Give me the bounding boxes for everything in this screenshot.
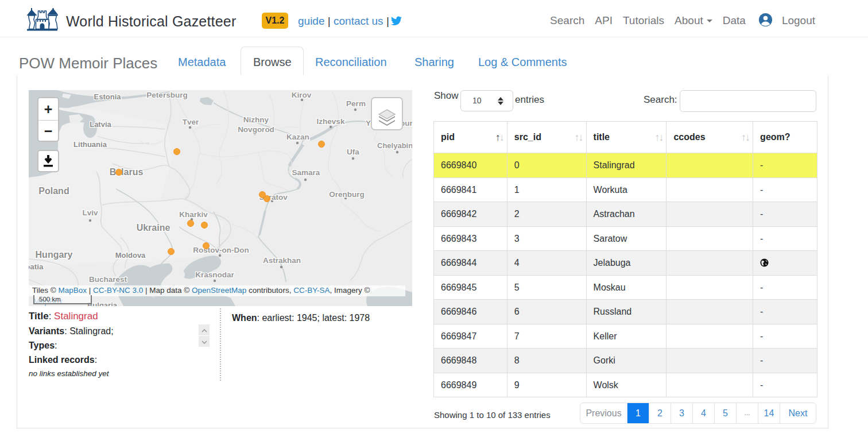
svg-text:oatia: oatia xyxy=(29,262,44,271)
svg-text:Kharkiv: Kharkiv xyxy=(179,210,208,219)
svg-text:Nizhny: Nizhny xyxy=(243,115,269,124)
svg-text:Tver: Tver xyxy=(183,118,199,126)
svg-text:Kirov: Kirov xyxy=(292,91,312,99)
svg-text:Lithuania: Lithuania xyxy=(73,140,107,149)
svg-text:Perm: Perm xyxy=(346,99,366,108)
svg-text:Estonia: Estonia xyxy=(94,92,122,101)
svg-text:Ufa: Ufa xyxy=(347,148,359,156)
svg-text:Astrakhan: Astrakhan xyxy=(263,256,301,265)
svg-text:Krasnodar: Krasnodar xyxy=(195,270,234,279)
svg-text:Moldova: Moldova xyxy=(115,251,146,260)
svg-text:Poland: Poland xyxy=(38,186,69,196)
svg-text:Belarus: Belarus xyxy=(110,167,144,177)
svg-text:Latvia: Latvia xyxy=(90,120,111,129)
svg-text:Orenburg: Orenburg xyxy=(329,190,365,199)
svg-text:Novgorod: Novgorod xyxy=(238,125,274,134)
svg-text:Ukraine: Ukraine xyxy=(137,223,170,233)
svg-text:Petersburg: Petersburg xyxy=(146,91,187,99)
svg-text:Samara: Samara xyxy=(292,168,320,177)
svg-text:Lviv: Lviv xyxy=(82,208,98,217)
svg-text:Bucharest: Bucharest xyxy=(89,275,127,284)
svg-text:Hungary: Hungary xyxy=(36,250,73,260)
svg-text:Rostov-on-Don: Rostov-on-Don xyxy=(193,246,249,254)
svg-text:Kazan: Kazan xyxy=(286,133,309,141)
svg-text:Chelyabin: Chelyabin xyxy=(377,141,412,150)
svg-text:Izhevsk: Izhevsk xyxy=(317,117,345,126)
